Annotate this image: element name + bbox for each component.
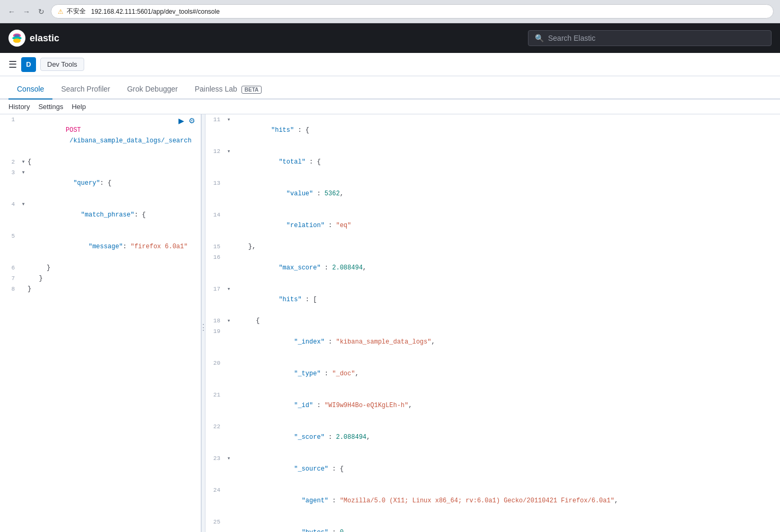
- settings-button[interactable]: Settings: [38, 103, 63, 111]
- header-search[interactable]: 🔍 Search Elastic: [528, 30, 772, 46]
- editor-line-1: 1 POST /kibana_sample_data_logs/_search …: [0, 114, 201, 157]
- tab-bar: Console Search Profiler Grok Debugger Pa…: [0, 76, 780, 100]
- line-number-6: 6: [0, 263, 19, 273]
- rline-num-19: 19: [205, 326, 225, 337]
- rline-num-15: 15: [205, 241, 225, 252]
- editor-panel: 1 POST /kibana_sample_data_logs/_search …: [0, 114, 201, 532]
- security-label: 不安全: [67, 7, 86, 16]
- rline-num-16: 16: [205, 252, 225, 263]
- line-number-3: 3: [0, 167, 19, 178]
- editor-line-7: 7 }: [0, 273, 201, 284]
- app-title-button[interactable]: Dev Tools: [40, 58, 84, 71]
- rline-content-21: "_id" : "WI9w9H4Bo-eQ1KgLEh-h",: [233, 390, 780, 421]
- editor-line-2: 2 ▾ {: [0, 157, 201, 167]
- rline-content-24: "agent" : "Mozilla/5.0 (X11; Linux x86_6…: [233, 485, 780, 517]
- result-line-13: 13 "value" : 5362,: [205, 178, 780, 210]
- rline-num-25: 25: [205, 517, 225, 527]
- line-number-4: 4: [0, 199, 19, 210]
- rline-gutter-18: ▾: [225, 315, 233, 326]
- help-button[interactable]: Help: [71, 103, 86, 111]
- app-nav: ☰ D Dev Tools: [0, 53, 780, 76]
- rline-gutter-17: ▾: [225, 284, 233, 294]
- rline-num-22: 22: [205, 421, 225, 432]
- browser-chrome: ← → ↻ ⚠ 不安全 192.168.42.111:5601/app/dev_…: [0, 0, 780, 23]
- line-number-7: 7: [0, 273, 19, 284]
- tab-painless-lab[interactable]: Painless Lab BETA: [186, 79, 271, 100]
- result-line-12: 12 ▾ "total" : {: [205, 146, 780, 178]
- result-line-16: 16 "max_score" : 2.088494,: [205, 252, 780, 284]
- rline-content-12: "total" : {: [233, 146, 780, 178]
- code-editor[interactable]: 1 POST /kibana_sample_data_logs/_search …: [0, 114, 201, 532]
- result-line-22: 22 "_score" : 2.088494,: [205, 421, 780, 453]
- rline-content-20: "_type" : "_doc",: [233, 358, 780, 390]
- rline-num-12: 12: [205, 146, 225, 157]
- rline-content-17: "hits" : [: [233, 284, 780, 315]
- app-badge: D: [21, 57, 36, 72]
- rline-num-21: 21: [205, 390, 225, 400]
- editor-actions: ▶ ⚙: [177, 115, 196, 126]
- copy-button[interactable]: ⚙: [187, 115, 196, 126]
- rline-content-18: {: [233, 315, 780, 326]
- back-button[interactable]: ←: [6, 6, 17, 17]
- rline-content-25: "bytes" : 0,: [233, 517, 780, 532]
- line-content-2: {: [28, 157, 201, 167]
- result-line-20: 20 "_type" : "_doc",: [205, 358, 780, 390]
- method-post: POST: [66, 127, 81, 134]
- line-content-4: "match_phrase": {: [28, 199, 201, 231]
- security-warning-icon: ⚠: [58, 8, 64, 15]
- history-button[interactable]: History: [8, 103, 30, 111]
- rline-content-19: "_index" : "kibana_sample_data_logs",: [233, 326, 780, 358]
- line-number-2: 2: [0, 157, 19, 167]
- rline-gutter-12: ▾: [225, 146, 233, 157]
- tab-search-profiler[interactable]: Search Profiler: [52, 79, 119, 100]
- run-button[interactable]: ▶: [177, 115, 185, 126]
- elastic-logo: elastic: [8, 30, 59, 47]
- rline-content-23: "_source" : {: [233, 453, 780, 485]
- line-content-3: "query": {: [28, 167, 201, 199]
- rline-num-13: 13: [205, 178, 225, 188]
- rline-num-18: 18: [205, 315, 225, 326]
- main-content: 1 POST /kibana_sample_data_logs/_search …: [0, 114, 780, 532]
- url-text: 192.168.42.111:5601/app/dev_tools#/conso…: [91, 8, 220, 15]
- rline-num-23: 23: [205, 453, 225, 464]
- line-content-7: }: [28, 273, 201, 284]
- line-gutter-3: ▾: [19, 167, 28, 178]
- address-bar[interactable]: ⚠ 不安全 192.168.42.111:5601/app/dev_tools#…: [51, 4, 774, 19]
- line-content-6: }: [28, 263, 201, 273]
- rline-content-15: },: [233, 241, 780, 252]
- rline-content-13: "value" : 5362,: [233, 178, 780, 210]
- rline-num-20: 20: [205, 358, 225, 368]
- editor-line-6: 6 }: [0, 263, 201, 273]
- rline-content-11: "hits" : {: [233, 114, 780, 146]
- rline-content-22: "_score" : 2.088494,: [233, 421, 780, 453]
- result-line-19: 19 "_index" : "kibana_sample_data_logs",: [205, 326, 780, 358]
- result-line-18: 18 ▾ {: [205, 315, 780, 326]
- result-line-11: 11 ▾ "hits" : {: [205, 114, 780, 146]
- tab-grok-debugger[interactable]: Grok Debugger: [119, 79, 186, 100]
- rline-num-17: 17: [205, 284, 225, 294]
- editor-line-5: 5 "message": "firefox 6.0a1": [0, 231, 201, 263]
- result-line-24: 24 "agent" : "Mozilla/5.0 (X11; Linux x8…: [205, 485, 780, 517]
- elastic-logo-icon: [8, 30, 25, 47]
- line-content-8: }: [28, 284, 201, 294]
- rline-num-11: 11: [205, 114, 225, 125]
- rline-num-24: 24: [205, 485, 225, 495]
- header-search-icon: 🔍: [535, 34, 544, 42]
- forward-button[interactable]: →: [21, 6, 32, 17]
- editor-line-8: 8 }: [0, 284, 201, 294]
- toolbar: History Settings Help: [0, 100, 780, 114]
- editor-line-4: 4 ▾ "match_phrase": {: [0, 199, 201, 231]
- tab-console[interactable]: Console: [8, 79, 52, 100]
- line-gutter-2: ▾: [19, 157, 28, 167]
- url-path: /kibana_sample_data_logs/_search: [66, 137, 192, 145]
- rline-content-14: "relation" : "eq": [233, 210, 780, 241]
- reload-button[interactable]: ↻: [36, 6, 47, 17]
- editor-line-3: 3 ▾ "query": {: [0, 167, 201, 199]
- panel-divider[interactable]: ⋮: [201, 114, 205, 532]
- rline-num-14: 14: [205, 210, 225, 220]
- hamburger-button[interactable]: ☰: [8, 59, 21, 70]
- result-line-25: 25 "bytes" : 0,: [205, 517, 780, 532]
- elastic-logo-text: elastic: [30, 33, 59, 44]
- line-content-5: "message": "firefox 6.0a1": [28, 231, 201, 263]
- beta-badge: BETA: [241, 86, 262, 94]
